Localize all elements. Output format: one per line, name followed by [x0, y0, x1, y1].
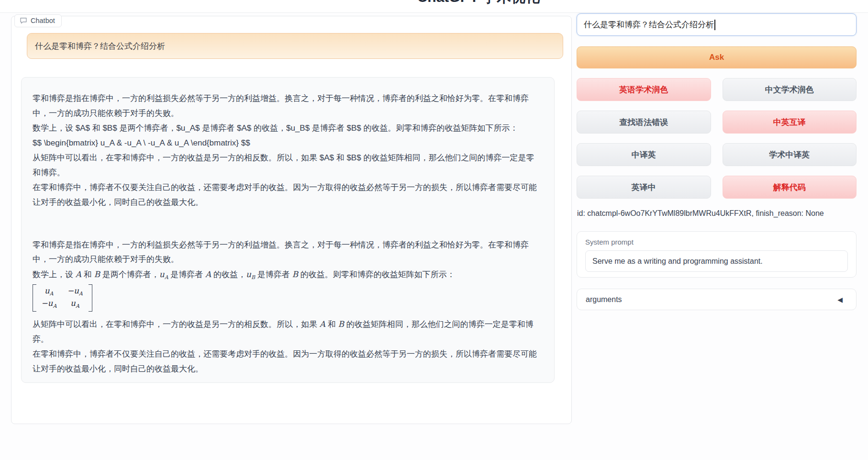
system-prompt-input[interactable]: Serve me as a writing and programming as…: [585, 250, 848, 272]
function-button-4[interactable]: 中英互译: [723, 111, 857, 134]
question-input-value: 什么是零和博弈？结合公式介绍分析: [584, 19, 714, 30]
page-title: ChatGPT 学术优化: [0, 0, 868, 6]
matrix-left-bracket: [33, 284, 36, 312]
question-input[interactable]: 什么是零和博弈？结合公式介绍分析: [577, 13, 857, 36]
function-button-grid: 英语学术润色中文学术润色查找语法错误中英互译中译英学术中译英英译中解释代码: [577, 78, 857, 199]
bot-raw-paragraph: 从矩阵中可以看出，在零和博弈中，一方的收益是另一方的相反数。所以，如果 $A$ …: [33, 151, 542, 180]
matrix-cell: uA: [41, 285, 56, 298]
bot-raw-latex: $$ \begin{bmatrix} u_A & -u_A \ -u_A & u…: [33, 136, 542, 151]
status-text: id: chatcmpl-6wOo7KrYTwMl89lbrMWRu4UkFFX…: [577, 209, 857, 218]
function-button-2[interactable]: 中文学术润色: [723, 78, 857, 101]
chatbot-label-text: Chatbot: [31, 17, 55, 24]
bot-message: 零和博弈是指在博弈中，一方的利益损失必然等于另一方的利益增益。换言之，对于每一种…: [21, 77, 555, 383]
function-button-5[interactable]: 中译英: [577, 143, 711, 166]
bot-raw-paragraph: 在零和博弈中，博弈者不仅要关注自己的收益，还需要考虑对手的收益。因为一方取得的收…: [33, 180, 542, 210]
chatbot-panel: Chatbot 什么是零和博弈？结合公式介绍分析 零和博弈是指在博弈中，一方的利…: [11, 16, 572, 424]
system-prompt-label: System prompt: [585, 238, 848, 246]
accordion-collapse-icon[interactable]: ◀: [837, 296, 843, 303]
chat-bubble-icon: [20, 17, 27, 24]
chatbot-label: Chatbot: [14, 14, 62, 27]
function-button-1[interactable]: 英语学术润色: [577, 78, 711, 101]
arguments-accordion-label: arguments: [586, 295, 622, 304]
arguments-accordion[interactable]: arguments ◀: [577, 289, 857, 310]
bot-rendered-math-paragraph: 数学上，设 A 和 B 是两个博弈者，uA 是博弈者 A 的收益，uB 是博弈者…: [33, 267, 542, 282]
function-button-8[interactable]: 解释代码: [723, 176, 857, 199]
matrix-cell: −uA: [67, 285, 82, 298]
bot-rendered-paragraph: 零和博弈是指在博弈中，一方的利益损失必然等于另一方的利益增益。换言之，对于每一种…: [33, 238, 542, 268]
payoff-matrix: uA−uA−uAuA: [33, 284, 92, 312]
matrix-right-bracket: [89, 284, 92, 312]
ask-button[interactable]: Ask: [577, 46, 857, 68]
system-prompt-group: System prompt Serve me as a writing and …: [577, 231, 857, 278]
matrix-cell: −uA: [41, 298, 56, 310]
text-caret: [714, 20, 715, 30]
user-message: 什么是零和博弈？结合公式介绍分析: [27, 33, 563, 59]
function-button-6[interactable]: 学术中译英: [723, 143, 857, 166]
bot-rendered-paragraph: 在零和博弈中，博弈者不仅要关注自己的收益，还需要考虑对手的收益。因为一方取得的收…: [33, 347, 542, 377]
bot-raw-paragraph: 数学上，设 $A$ 和 $B$ 是两个博弈者，$u_A$ 是博弈者 $A$ 的收…: [33, 121, 542, 136]
paragraph-gap: [33, 210, 542, 238]
matrix-cell: uA: [67, 298, 82, 310]
function-button-7[interactable]: 英译中: [577, 176, 711, 199]
bot-rendered-math-paragraph: 从矩阵中可以看出，在零和博弈中，一方的收益是另一方的相反数。所以，如果 A 和 …: [33, 317, 542, 347]
app-header: ChatGPT 学术优化: [0, 0, 868, 13]
function-button-3[interactable]: 查找语法错误: [577, 111, 711, 134]
bot-raw-paragraph: 零和博弈是指在博弈中，一方的利益损失必然等于另一方的利益增益。换言之，对于每一种…: [33, 91, 542, 121]
matrix-cells: uA−uA−uAuA: [36, 284, 89, 312]
